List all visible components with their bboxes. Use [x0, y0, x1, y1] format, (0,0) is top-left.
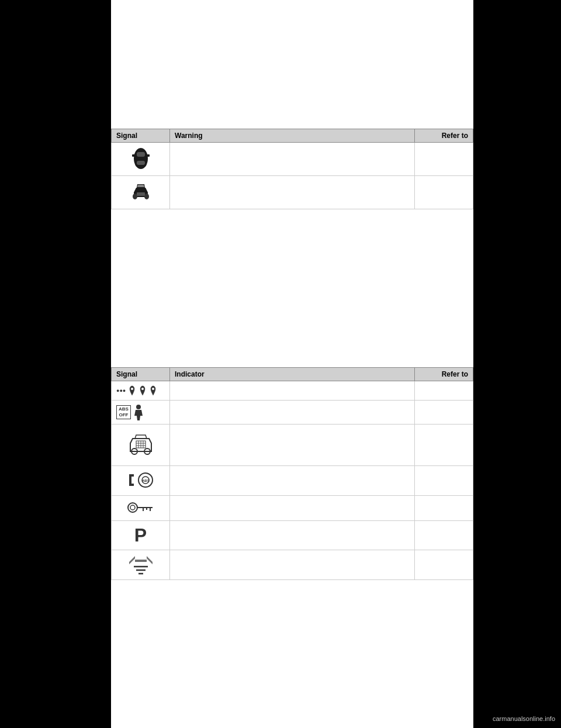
dot-icon-2 [138, 385, 147, 396]
abs-off-container: ABS OFF [116, 404, 165, 420]
signal-cell-vehicle-grid [112, 425, 170, 466]
refer-cell-brake-abs [415, 466, 473, 496]
abs-line1: ABS [119, 406, 129, 412]
warning-header-warning: Warning [170, 129, 415, 143]
dots-label: ●●● [116, 388, 126, 394]
svg-point-11 [152, 388, 154, 390]
signal-cell-p-letter: P [112, 521, 170, 550]
refer-cell-arrows-cross [415, 550, 473, 580]
svg-rect-8 [137, 192, 145, 196]
indicator-cell-abs-off [170, 401, 415, 425]
refer-cell-car-top [415, 143, 473, 176]
signal-cell-car-front [112, 176, 170, 209]
svg-rect-2 [137, 152, 145, 157]
svg-point-12 [136, 405, 141, 409]
refer-cell-multi-dots [415, 381, 473, 401]
refer-cell-p-letter [415, 521, 473, 550]
table-row: ●●● [112, 381, 473, 401]
warning-header-refer: Refer to [415, 129, 473, 143]
table-row [112, 496, 473, 521]
signal-cell-multi-dots: ●●● [112, 381, 170, 401]
car-front-icon [129, 180, 153, 204]
multi-dots-container: ●●● [116, 385, 165, 396]
indicator-cell-brake-abs [170, 466, 415, 496]
table-row [112, 550, 473, 580]
abs-off-badge: ABS OFF [116, 405, 131, 419]
signal-cell-arrows-cross [112, 550, 170, 580]
arrows-cross-icon [128, 554, 154, 575]
indicator-cell-vehicle-grid [170, 425, 415, 466]
warning-table: Signal Warning Refer to [111, 129, 473, 209]
indicator-cell-key-line [170, 496, 415, 521]
table-row: ABS [112, 466, 473, 496]
car-top-icon [129, 146, 153, 171]
vehicle-grid-icon [127, 432, 155, 457]
refer-cell-car-front [415, 176, 473, 209]
indicator-cell-arrows-cross [170, 550, 415, 580]
table-row [112, 143, 473, 176]
abs-line2: OFF [119, 412, 129, 418]
watermark: carmanualsonline.info [493, 715, 555, 722]
refer-cell-vehicle-grid [415, 425, 473, 466]
warning-header-signal: Signal [112, 129, 170, 143]
top-spacer [111, 12, 473, 129]
warning-cell-car-top [170, 143, 415, 176]
indicator-table-section: Signal Indicator Refer to ●●● [111, 367, 473, 580]
signal-cell-abs-off: ABS OFF [112, 401, 170, 425]
mid-spacer [111, 227, 473, 239]
page-content: Signal Warning Refer to [111, 0, 473, 728]
text-spacer [111, 239, 473, 367]
svg-point-24 [128, 503, 137, 512]
refer-cell-key-line [415, 496, 473, 521]
signal-cell-key-line [112, 496, 170, 521]
p-letter-label: P [134, 525, 147, 546]
svg-rect-3 [137, 161, 145, 165]
refer-cell-abs-off [415, 401, 473, 425]
table-row: P [112, 521, 473, 550]
dot-icon-1 [128, 385, 136, 396]
svg-point-9 [131, 388, 133, 390]
svg-point-10 [141, 388, 144, 390]
svg-text:ABS: ABS [142, 479, 150, 482]
indicator-header-indicator: Indicator [170, 368, 415, 381]
svg-point-6 [133, 194, 137, 199]
person-icon [133, 404, 144, 420]
indicator-table: Signal Indicator Refer to ●●● [111, 367, 473, 580]
indicator-header-signal: Signal [112, 368, 170, 381]
svg-point-25 [130, 505, 135, 510]
svg-rect-5 [147, 154, 150, 157]
indicator-header-refer: Refer to [415, 368, 473, 381]
dot-icon-3 [149, 385, 157, 396]
key-line-icon [127, 499, 155, 516]
table-row [112, 425, 473, 466]
table-row: ABS OFF [112, 401, 473, 425]
warning-cell-car-front [170, 176, 415, 209]
signal-cell-brake-abs: ABS [112, 466, 170, 496]
indicator-cell-p-letter [170, 521, 415, 550]
warning-table-section: Signal Warning Refer to [111, 129, 473, 209]
brake-abs-icon: ABS [127, 470, 155, 491]
svg-rect-4 [132, 154, 135, 157]
svg-point-7 [144, 194, 149, 199]
signal-cell-car-top [112, 143, 170, 176]
table-row [112, 176, 473, 209]
indicator-cell-multi-dots [170, 381, 415, 401]
